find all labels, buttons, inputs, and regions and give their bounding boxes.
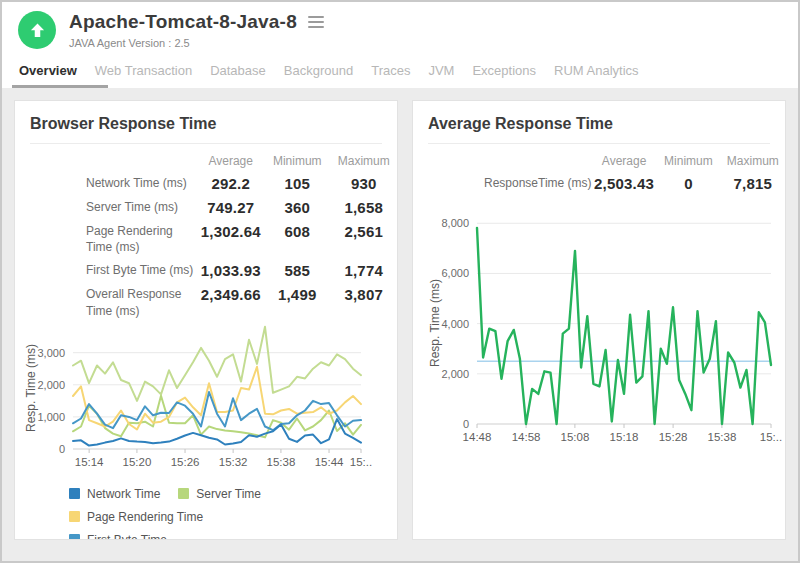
metric-value-average: 292.2 — [197, 175, 264, 192]
dashboard-content: Browser Response Time AverageMinimumMaxi… — [2, 88, 798, 552]
legend-label: Network Time — [87, 487, 160, 501]
metric-value-average: 749.27 — [197, 199, 264, 216]
metric-value-average: 1,302.64 — [197, 223, 264, 240]
x-tick-label: 15:14 — [75, 456, 104, 468]
y-axis-label: Resp. Time (ms) — [428, 279, 442, 367]
column-header-average: Average — [592, 154, 656, 168]
metric-label: Server Time (ms) — [30, 199, 197, 215]
x-tick-label: 14:58 — [512, 431, 541, 443]
table-row: ResponseTime (ms)2,503.4307,815 — [428, 175, 785, 192]
legend-item-page-rendering-time[interactable]: Page Rendering Time — [69, 510, 203, 524]
agent-version-label: JAVA Agent Version : 2.5 — [69, 37, 324, 49]
metric-value-minimum: 105 — [264, 175, 331, 192]
metric-value-average: 2,503.43 — [592, 175, 656, 192]
app-header: Apache-Tomcat-8-Java-8 JAVA Agent Versio… — [2, 2, 798, 49]
metric-value-maximum: 7,815 — [721, 175, 785, 192]
tab-traces[interactable]: Traces — [370, 61, 411, 88]
column-header-minimum: Minimum — [264, 154, 331, 168]
x-tick-label: 15:44 — [315, 456, 344, 468]
metric-label: First Byte Time (ms) — [30, 262, 197, 278]
tab-rum-analytics[interactable]: RUM Analytics — [553, 61, 640, 88]
header-area: Apache-Tomcat-8-Java-8 JAVA Agent Versio… — [2, 2, 798, 88]
x-tick-label: 15:32 — [219, 456, 248, 468]
x-tick-label: 15:.. — [350, 456, 372, 468]
table-header-row: AverageMinimumMaximum — [428, 154, 785, 168]
tab-web-transaction[interactable]: Web Transaction — [94, 61, 193, 88]
y-axis-label: Resp. Time (ms) — [24, 344, 38, 432]
column-header-maximum: Maximum — [721, 154, 785, 168]
metric-label: ResponseTime (ms) — [428, 175, 592, 191]
legend-item-first-byte-time[interactable]: First Byte Time — [69, 533, 167, 540]
app-status-icon — [18, 11, 56, 49]
legend-item-server-time[interactable]: Server Time — [178, 487, 261, 501]
series-line-overall-response-time — [73, 327, 361, 401]
series-line-responsetime — [477, 228, 771, 424]
metric-value-minimum: 0 — [656, 175, 720, 192]
metric-value-average: 1,033.93 — [197, 262, 264, 279]
tab-exceptions[interactable]: Exceptions — [471, 61, 537, 88]
column-header-minimum: Minimum — [656, 154, 720, 168]
legend-label: First Byte Time — [87, 533, 167, 540]
browser-response-stats-table: AverageMinimumMaximumNetwork Time (ms)29… — [30, 154, 397, 319]
tab-overview[interactable]: Overview — [18, 61, 78, 88]
metric-value-minimum: 585 — [264, 262, 331, 279]
server-time-swatch-icon — [178, 488, 189, 499]
y-tick-label: 4,000 — [441, 318, 469, 330]
page-title: Apache-Tomcat-8-Java-8 — [69, 11, 297, 33]
browser-response-chart-legend: Network TimeServer TimePage Rendering Ti… — [69, 487, 337, 540]
x-tick-label: 15:26 — [171, 456, 200, 468]
series-line-first-byte-time — [73, 392, 361, 430]
metric-value-minimum: 360 — [264, 199, 331, 216]
tab-jvm[interactable]: JVM — [427, 61, 455, 88]
table-row: First Byte Time (ms)1,033.935851,774 — [30, 262, 397, 279]
x-tick-label: 15:38 — [708, 431, 737, 443]
y-tick-label: 0 — [59, 443, 65, 455]
up-arrow-icon — [29, 22, 46, 39]
title-block: Apache-Tomcat-8-Java-8 JAVA Agent Versio… — [69, 11, 324, 49]
average-response-stats-table: AverageMinimumMaximumResponseTime (ms)2,… — [428, 154, 785, 192]
metric-value-maximum: 1,658 — [330, 199, 397, 216]
y-tick-label: 2,000 — [441, 368, 469, 380]
first-byte-time-swatch-icon — [69, 534, 80, 540]
metric-value-maximum: 930 — [330, 175, 397, 192]
divider — [428, 143, 770, 144]
metric-value-average: 2,349.66 — [197, 286, 264, 303]
x-tick-label: 15:.. — [760, 431, 782, 443]
table-row: Network Time (ms)292.2105930 — [30, 175, 397, 192]
tab-database[interactable]: Database — [209, 61, 267, 88]
y-tick-label: 2,000 — [37, 379, 65, 391]
legend-label: Page Rendering Time — [87, 510, 203, 524]
network-time-swatch-icon — [69, 488, 80, 499]
x-tick-label: 14:48 — [463, 431, 492, 443]
divider — [30, 143, 382, 144]
metric-value-minimum: 608 — [264, 223, 331, 240]
average-response-chart[interactable]: 02,0004,0006,0008,00014:4814:5815:0815:1… — [419, 212, 785, 462]
panel-average-response-time: Average Response Time AverageMinimumMaxi… — [412, 100, 786, 540]
metric-label: Network Time (ms) — [30, 175, 197, 191]
x-tick-label: 15:18 — [610, 431, 639, 443]
legend-label: Server Time — [196, 487, 261, 501]
metric-value-maximum: 3,807 — [330, 286, 397, 303]
y-tick-label: 0 — [463, 418, 469, 430]
column-header-average: Average — [197, 154, 264, 168]
app-window: Apache-Tomcat-8-Java-8 JAVA Agent Versio… — [0, 0, 800, 563]
metric-label: Overall Response Time (ms) — [30, 286, 197, 318]
table-header-row: AverageMinimumMaximum — [30, 154, 397, 168]
browser-response-chart[interactable]: 01,0002,0003,00015:1415:2015:2615:3215:3… — [21, 319, 377, 479]
metric-value-minimum: 1,499 — [264, 286, 331, 303]
table-row: Overall Response Time (ms)2,349.661,4993… — [30, 286, 397, 318]
panel-browser-response-time: Browser Response Time AverageMinimumMaxi… — [14, 100, 398, 540]
panel-title: Browser Response Time — [30, 115, 382, 133]
y-tick-label: 1,000 — [37, 411, 65, 423]
table-row: Page Rendering Time (ms)1,302.646082,561 — [30, 223, 397, 255]
legend-item-network-time[interactable]: Network Time — [69, 487, 160, 501]
tab-bar: OverviewWeb TransactionDatabaseBackgroun… — [2, 61, 798, 88]
panel-title: Average Response Time — [428, 115, 770, 133]
tab-background[interactable]: Background — [283, 61, 354, 88]
hamburger-menu-icon[interactable] — [308, 14, 324, 30]
y-tick-label: 8,000 — [441, 217, 469, 229]
y-tick-label: 3,000 — [37, 346, 65, 358]
metric-value-maximum: 2,561 — [330, 223, 397, 240]
page-rendering-time-swatch-icon — [69, 511, 80, 522]
table-row: Server Time (ms)749.273601,658 — [30, 199, 397, 216]
